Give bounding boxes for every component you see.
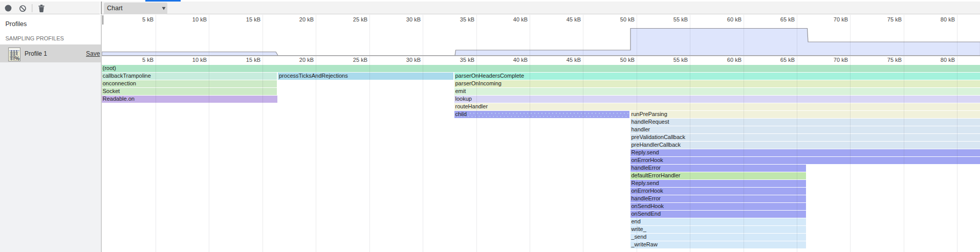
svg-text:%: % <box>15 55 20 61</box>
